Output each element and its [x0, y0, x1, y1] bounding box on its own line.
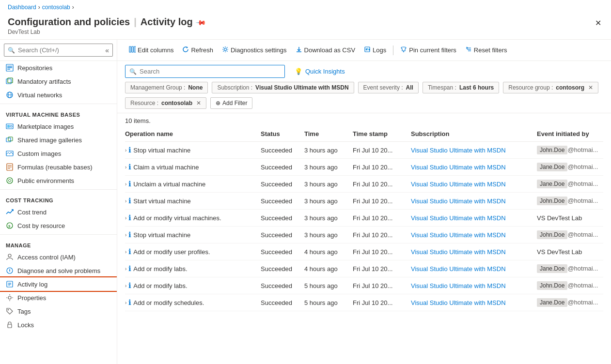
filter-tag-res-close[interactable]: ✕ [196, 100, 201, 106]
sidebar-search-input[interactable] [4, 44, 113, 57]
diagnose-solve-icon [6, 267, 14, 274]
user-plain: VS DevTest Lab [537, 214, 582, 222]
expand-icon[interactable]: › [125, 283, 126, 288]
search-box-icon: 🔍 [129, 68, 137, 75]
expand-icon[interactable]: › [125, 215, 126, 221]
sidebar-item-mandatory-artifacts[interactable]: Mandatory artifacts [0, 75, 117, 88]
breadcrumb-dashboard[interactable]: Dashboard [8, 4, 36, 11]
expand-icon[interactable]: › [125, 266, 126, 272]
subscription-link[interactable]: Visual Studio Ultimate with MSDN [411, 197, 506, 205]
operation-name: Add or modify user profiles. [133, 248, 210, 256]
table-row: › ℹ Add or modify virtual machines. Succ… [125, 210, 603, 227]
close-button[interactable]: ✕ [593, 16, 603, 30]
sidebar-item-cost-by-resource[interactable]: $ Cost by resource [0, 219, 117, 232]
info-icon: ℹ [128, 281, 131, 290]
sidebar-item-shared-image-galleries[interactable]: Shared image galleries [0, 133, 117, 147]
table-row: › ℹ Stop virtual machine Succeeded3 hour… [125, 142, 603, 159]
col-time: Time [304, 126, 353, 142]
subscription-link[interactable]: Visual Studio Ultimate with MSDN [411, 231, 506, 239]
quick-insights-button[interactable]: 💡 Quick Insights [291, 65, 349, 77]
timestamp-cell: Fri Jul 10 20... [353, 210, 411, 227]
reset-filters-button[interactable]: Reset filters [461, 44, 511, 57]
filter-tag-subscription: Subscription : Visual Studio Ultimate wi… [212, 82, 354, 93]
expand-icon[interactable]: › [125, 249, 126, 255]
filter-tag-management-group: Management Group : None [125, 82, 208, 93]
subscription-link[interactable]: Visual Studio Ultimate with MSDN [411, 214, 506, 222]
expand-icon[interactable]: › [125, 148, 126, 153]
status-cell: Succeeded [261, 142, 304, 159]
subscription-link[interactable]: Visual Studio Ultimate with MSDN [411, 282, 506, 289]
svg-point-25 [9, 269, 10, 270]
user-domain: @hotmai... [567, 163, 598, 170]
toolbar-separator [393, 46, 393, 55]
sidebar-item-cost-trend[interactable]: Cost trend [0, 205, 117, 219]
filter-tag-mg-value: None [188, 84, 203, 91]
sidebar-item-repositories[interactable]: Repositories [0, 61, 117, 75]
sidebar-item-repositories-label: Repositories [17, 64, 52, 72]
subscription-link[interactable]: Visual Studio Ultimate with MSDN [411, 248, 506, 256]
refresh-button[interactable]: Refresh [178, 44, 217, 57]
sidebar-section-general: Repositories Mandatory artifacts Virtual… [0, 61, 117, 102]
add-filter-button[interactable]: ⊕ Add Filter [210, 97, 252, 109]
sidebar-item-access-control[interactable]: Access control (IAM) [0, 250, 117, 264]
logs-icon [364, 46, 371, 54]
time-cell: 4 hours ago [304, 260, 353, 277]
expand-icon[interactable]: › [125, 232, 126, 238]
sidebar-section-manage-header: Manage [0, 237, 117, 250]
filter-tag-rg-close[interactable]: ✕ [588, 84, 593, 91]
sidebar-item-properties[interactable]: Properties [0, 291, 117, 304]
diagnostics-settings-button[interactable]: Diagnostics settings [218, 44, 291, 57]
expand-icon[interactable]: › [125, 198, 126, 204]
download-csv-button[interactable]: Download as CSV [292, 44, 360, 57]
sidebar-item-activity-log[interactable]: Activity log [0, 277, 117, 291]
sidebar-section-vm-bases-header: Virtual machine bases [0, 106, 117, 120]
user-badge: Jane.Doe [537, 264, 567, 273]
status-cell: Succeeded [261, 277, 304, 294]
operation-name: Unclaim a virtual machine [133, 181, 205, 188]
timestamp-cell: Fri Jul 10 20... [353, 260, 411, 277]
main-layout: 🔍 « Repositories Mandatory [0, 40, 611, 364]
edit-columns-button[interactable]: Edit columns [125, 44, 177, 57]
expand-icon[interactable]: › [125, 300, 126, 305]
expand-icon[interactable]: › [125, 165, 126, 170]
pin-current-filters-button[interactable]: Pin current filters [396, 44, 460, 57]
subscription-link[interactable]: Visual Studio Ultimate with MSDN [411, 164, 506, 171]
subscription-link[interactable]: Visual Studio Ultimate with MSDN [411, 299, 506, 306]
event-initiated-cell: John.Doe@hotmai... [537, 142, 603, 159]
refresh-icon [182, 46, 189, 54]
add-filter-label: Add Filter [222, 100, 247, 106]
logs-button[interactable]: Logs [360, 44, 390, 57]
filter-tag-es-key: Event severity : [363, 84, 403, 91]
time-cell: 5 hours ago [304, 294, 353, 311]
quick-insights-label: Quick Insights [305, 68, 345, 75]
subscription-link[interactable]: Visual Studio Ultimate with MSDN [411, 147, 506, 154]
svg-rect-35 [134, 46, 136, 52]
content-area: Edit columns Refresh Diagnostics setting… [117, 40, 611, 364]
subscription-link[interactable]: Visual Studio Ultimate with MSDN [411, 181, 506, 188]
info-icon: ℹ [128, 230, 131, 239]
edit-columns-label: Edit columns [138, 46, 173, 54]
breadcrumb-contosolab[interactable]: contosolab [42, 4, 70, 11]
subscription-link[interactable]: Visual Studio Ultimate with MSDN [411, 265, 506, 273]
sidebar-item-custom-images[interactable]: Custom images [0, 147, 117, 160]
sidebar-item-virtual-networks[interactable]: Virtual networks [0, 88, 117, 102]
filter-tag-timespan: Timespan : Last 6 hours [423, 82, 499, 93]
sidebar-collapse-button[interactable]: « [105, 46, 109, 54]
search-box: 🔍 [125, 65, 285, 78]
sidebar-item-locks[interactable]: Locks [0, 318, 117, 332]
sidebar-item-diagnose-solve[interactable]: Diagnose and solve problems [0, 264, 117, 277]
status-cell: Succeeded [261, 210, 304, 227]
expand-icon[interactable]: › [125, 182, 126, 187]
search-input[interactable] [140, 68, 281, 75]
filter-tag-rg-value: contosorg [556, 84, 584, 91]
time-cell: 3 hours ago [304, 159, 353, 176]
pin-icon[interactable]: 📌 [195, 16, 206, 28]
status-cell: Succeeded [261, 193, 304, 210]
sidebar-item-tags[interactable]: Tags [0, 304, 117, 318]
filter-tag-res-value: contosolab [161, 100, 192, 106]
sidebar-item-marketplace-images[interactable]: Marketplace images [0, 120, 117, 133]
sidebar-item-formulas[interactable]: Formulas (reusable bases) [0, 160, 117, 174]
sidebar-item-public-environments[interactable]: Public environments [0, 174, 117, 187]
sidebar-item-formulas-label: Formulas (reusable bases) [17, 164, 93, 171]
shared-image-galleries-icon [6, 136, 14, 144]
